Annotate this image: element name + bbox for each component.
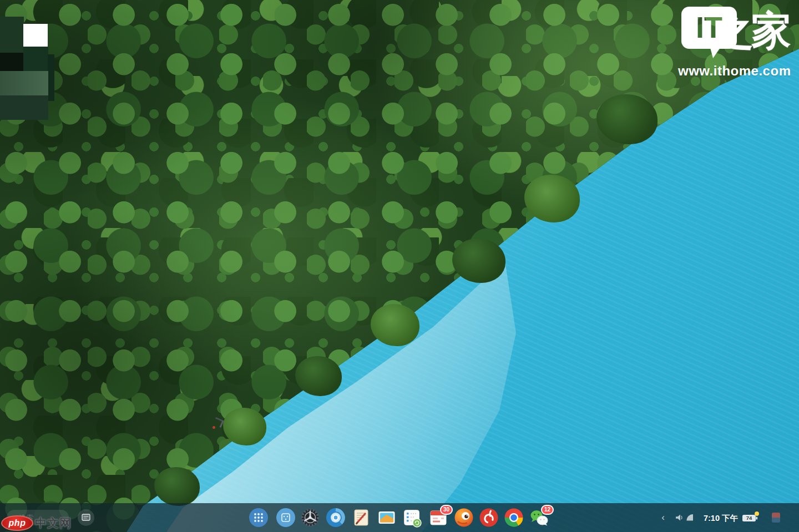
php-logo-text: php bbox=[9, 518, 26, 528]
netease-music-icon bbox=[478, 507, 499, 528]
ithome-url: www.ithome.com bbox=[678, 63, 789, 79]
mosaic-block bbox=[23, 47, 48, 72]
dock-app-checklist[interactable] bbox=[401, 507, 422, 528]
calendar-notification-badge: 30 bbox=[440, 505, 453, 515]
network-icon[interactable] bbox=[686, 514, 694, 521]
charging-dot-icon bbox=[755, 511, 759, 516]
tray-clock[interactable]: 7:10 下午 bbox=[701, 513, 740, 524]
dock-app-launcher[interactable] bbox=[248, 507, 269, 528]
app-grid-icon bbox=[275, 507, 296, 528]
weibo-icon bbox=[453, 507, 474, 528]
mosaic-block bbox=[0, 17, 24, 53]
mosaic-block bbox=[0, 53, 24, 72]
php-watermark-cn: 中文网 bbox=[35, 515, 72, 531]
mosaic-block bbox=[0, 95, 48, 120]
dock-app-weibo[interactable] bbox=[453, 507, 474, 528]
photos-icon bbox=[376, 507, 397, 528]
dock-app-chrome[interactable] bbox=[503, 507, 524, 528]
canopy-blob bbox=[295, 356, 342, 396]
launcher-grid-icon bbox=[248, 507, 269, 528]
ithome-watermark: IT 之家 www.ithome.com bbox=[678, 3, 789, 79]
taskbar: 30 bbox=[0, 503, 799, 532]
mosaic-block bbox=[48, 54, 54, 101]
battery-percent: 74 bbox=[742, 515, 756, 521]
dock-app-notes[interactable] bbox=[351, 507, 372, 528]
tray-app-icon[interactable] bbox=[772, 513, 780, 523]
film-reel-icon bbox=[300, 507, 321, 528]
dock-app-app-grid[interactable] bbox=[275, 507, 296, 528]
browser-swirl-icon bbox=[325, 507, 346, 528]
battery-indicator[interactable]: 74 bbox=[742, 514, 758, 523]
canopy-blob bbox=[223, 408, 266, 445]
canopy-blob bbox=[371, 304, 419, 346]
php-logo-icon: php bbox=[1, 515, 33, 531]
mosaic-block bbox=[0, 71, 48, 96]
task-view-button[interactable] bbox=[78, 509, 94, 526]
wechat-notification-badge: 12 bbox=[541, 505, 554, 515]
dock-app-photos[interactable] bbox=[376, 507, 397, 528]
canopy-blob bbox=[154, 467, 200, 506]
dock-app-wechat[interactable]: 12 bbox=[529, 507, 550, 528]
dock-app-media-player[interactable] bbox=[300, 507, 321, 528]
ithome-logo: IT 之家 bbox=[678, 3, 789, 59]
desktop-wallpaper bbox=[0, 0, 799, 532]
canopy-blob bbox=[452, 239, 505, 283]
tray-collapse-chevron[interactable]: ‹ bbox=[659, 512, 667, 523]
update-badge-icon bbox=[413, 519, 421, 527]
dock-app-calendar[interactable]: 30 bbox=[428, 507, 449, 528]
chrome-icon bbox=[503, 507, 524, 528]
php-watermark: php 中文网 bbox=[1, 515, 72, 531]
dock-app-netease-music[interactable] bbox=[478, 507, 499, 528]
dock-app-browser[interactable] bbox=[325, 507, 346, 528]
volume-icon[interactable] bbox=[675, 514, 684, 521]
ithome-logo-cn: 之家 bbox=[714, 6, 789, 55]
pier-buoy bbox=[213, 426, 215, 429]
checklist-icon bbox=[401, 507, 422, 528]
mosaic-block-white bbox=[23, 24, 48, 47]
notes-icon bbox=[351, 507, 372, 528]
task-view-icon bbox=[81, 513, 91, 522]
